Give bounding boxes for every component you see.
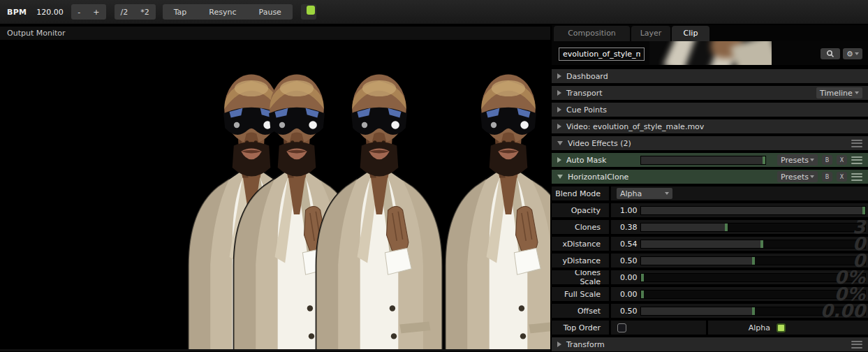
- auto-mask-opacity-slider[interactable]: [640, 156, 766, 165]
- chevron-down-icon: [810, 175, 814, 178]
- search-button[interactable]: [821, 48, 840, 59]
- param-label: Full Scale: [552, 287, 611, 301]
- section-title: Video Effects (2): [568, 139, 631, 148]
- tab-layer[interactable]: Layer: [631, 26, 670, 41]
- drag-handle-icon[interactable]: [851, 140, 862, 147]
- clip-property-list: Dashboard Transport Timeline Cue Points …: [552, 67, 868, 351]
- presets-label: Presets: [781, 173, 809, 182]
- alpha-toggle-label: Alpha: [749, 323, 770, 332]
- param-label: Top Order: [552, 321, 611, 335]
- effect-row-horizontal-clone[interactable]: HorizontalClone Presets B X: [552, 170, 868, 184]
- section-title: Transport: [566, 89, 603, 98]
- param-value[interactable]: 0.50: [611, 256, 640, 265]
- effect-name: HorizontalClone: [568, 173, 628, 182]
- presets-dropdown[interactable]: Presets: [777, 171, 818, 182]
- top-order-checkbox[interactable]: [617, 323, 626, 332]
- alpha-toggle-led[interactable]: [777, 323, 786, 332]
- opacity-slider[interactable]: [640, 206, 866, 215]
- collapsed-caret-icon: [557, 73, 561, 79]
- beat-indicator-light-icon: [307, 6, 315, 15]
- param-label: Blend Mode: [552, 186, 611, 200]
- blend-mode-dropdown[interactable]: Alpha: [617, 188, 672, 199]
- bpm-increment-button[interactable]: +: [87, 8, 105, 17]
- y-distance-slider[interactable]: [640, 256, 866, 265]
- collapsed-caret-icon: [557, 90, 561, 96]
- clones-slider[interactable]: [640, 223, 866, 232]
- bpm-value[interactable]: 120.00: [36, 8, 67, 17]
- drag-handle-icon[interactable]: [851, 156, 862, 164]
- chevron-down-icon: [855, 91, 859, 94]
- param-value[interactable]: 1.00: [611, 206, 640, 215]
- section-transform[interactable]: Transform: [552, 337, 868, 351]
- section-video-effects[interactable]: Video Effects (2): [552, 136, 868, 150]
- param-row-offset: Offset 0.50 0.00: [552, 304, 868, 318]
- x-distance-slider[interactable]: [640, 240, 866, 249]
- tab-composition[interactable]: Composition: [554, 26, 630, 41]
- beat-indicator-button[interactable]: [301, 4, 316, 20]
- transport-mode-value: Timeline: [820, 89, 853, 98]
- param-label: yDistance: [552, 254, 611, 267]
- offset-slider[interactable]: [640, 307, 866, 316]
- collapsed-caret-icon: [557, 124, 561, 129]
- param-value[interactable]: 0.50: [611, 307, 640, 316]
- param-label: Opacity: [552, 203, 611, 217]
- param-row-full-scale: Full Scale 0.00 0%: [552, 287, 868, 301]
- top-bar: BPM 120.00 - + /2 *2 Tap Resync Pause: [0, 0, 868, 25]
- output-monitor-title: Output Monitor: [0, 27, 550, 41]
- output-monitor: Output Monitor: [0, 27, 550, 352]
- drag-handle-icon[interactable]: [851, 173, 862, 181]
- presets-label: Presets: [781, 156, 809, 165]
- section-cue-points[interactable]: Cue Points: [552, 103, 868, 117]
- output-video-preview: [0, 41, 550, 351]
- param-label: Clones: [552, 220, 611, 234]
- chevron-down-icon: [665, 192, 669, 195]
- full-scale-slider[interactable]: [640, 290, 866, 299]
- param-label: Clones Scale: [552, 270, 611, 284]
- resync-button[interactable]: Resync: [198, 8, 247, 17]
- section-dashboard[interactable]: Dashboard: [552, 69, 868, 83]
- param-value[interactable]: 0.38: [611, 223, 640, 232]
- param-row-y-distance: yDistance 0.50 0: [552, 254, 868, 267]
- transport-mode-dropdown[interactable]: Timeline: [816, 87, 862, 98]
- param-value[interactable]: 0.54: [611, 240, 640, 249]
- remove-effect-button[interactable]: X: [837, 172, 847, 182]
- tempo-group: Tap Resync Pause: [163, 4, 293, 20]
- presets-dropdown[interactable]: Presets: [777, 154, 818, 166]
- tap-button[interactable]: Tap: [163, 8, 198, 17]
- clone-figure-3: [306, 66, 453, 351]
- param-row-opacity: Opacity 1.00: [552, 203, 868, 217]
- param-row-clones-scale: Clones Scale 0.00 0%: [552, 270, 868, 284]
- remove-effect-button[interactable]: X: [837, 155, 847, 165]
- clones-scale-slider[interactable]: [640, 273, 866, 282]
- clip-name-input[interactable]: [559, 47, 645, 61]
- clip-header: ⚙: [552, 41, 868, 67]
- tab-clip[interactable]: Clip: [672, 26, 709, 41]
- bpm-double-button[interactable]: *2: [134, 8, 156, 17]
- collapsed-caret-icon: [557, 157, 561, 163]
- bypass-effect-button[interactable]: B: [822, 172, 832, 182]
- collapsed-caret-icon: [557, 107, 561, 112]
- effect-row-auto-mask[interactable]: Auto Mask Presets B X: [552, 153, 868, 167]
- section-video-file[interactable]: Video: evolution_of_style_male.mov: [552, 119, 868, 133]
- clip-tools: ⚙: [821, 48, 862, 59]
- bpm-decrement-button[interactable]: -: [71, 8, 87, 17]
- param-label: xDistance: [552, 237, 611, 251]
- blend-mode-value: Alpha: [620, 189, 642, 198]
- param-row-top-order: Top Order Alpha: [552, 321, 868, 335]
- search-icon: [826, 50, 834, 58]
- param-row-blend-mode: Blend Mode Alpha: [552, 186, 868, 200]
- collapsed-caret-icon: [557, 342, 561, 347]
- param-value[interactable]: 0.00: [611, 273, 640, 282]
- section-transport[interactable]: Transport Timeline: [552, 86, 868, 100]
- param-label: Offset: [552, 304, 611, 318]
- pause-button[interactable]: Pause: [248, 8, 293, 17]
- bypass-effect-button[interactable]: B: [822, 155, 832, 165]
- drag-handle-icon[interactable]: [851, 341, 862, 349]
- bpm-label: BPM: [7, 8, 27, 17]
- section-title: Dashboard: [566, 72, 608, 81]
- param-value[interactable]: 0.00: [611, 290, 640, 299]
- clip-panel: Composition Layer Clip ⚙ Das: [552, 25, 868, 352]
- expanded-caret-icon: [557, 141, 563, 145]
- settings-dropdown-button[interactable]: ⚙: [843, 48, 862, 59]
- bpm-half-button[interactable]: /2: [115, 8, 135, 17]
